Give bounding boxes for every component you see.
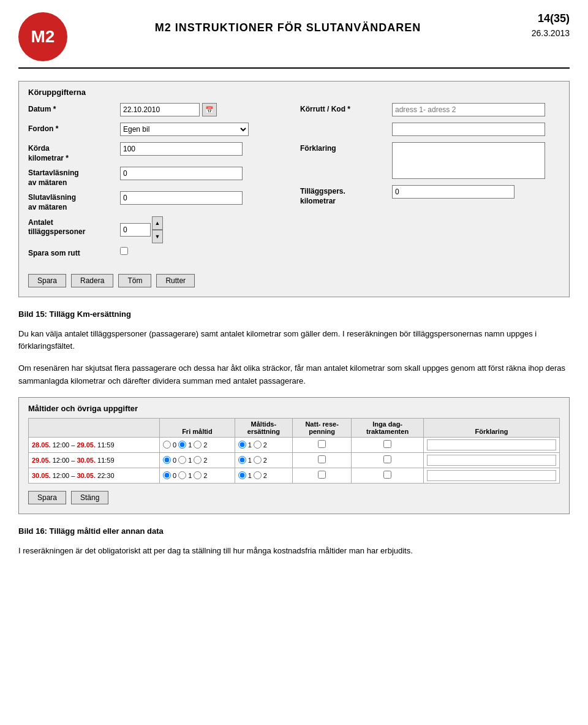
row3-fri-maltid: 0 1 2 <box>160 468 235 483</box>
form1-title: Köruppgifterna <box>28 88 560 97</box>
row1-date: 28.05. 12:00 – 29.05. 11:59 <box>29 437 160 452</box>
fri-maltid-1-r2[interactable] <box>178 456 186 464</box>
col-header-date <box>29 418 160 437</box>
fordon-select[interactable]: Egen bil <box>120 123 249 136</box>
form2-buttons: Spara Stäng <box>28 491 560 504</box>
body-text-2: Om resenären har skjutsat flera passager… <box>18 362 570 388</box>
korrutt-row: Körrutt / Kod * <box>300 103 560 119</box>
table-row: 29.05. 12:00 – 30.05. 11:59 0 1 2 1 <box>29 452 560 468</box>
row2-fri-maltid: 0 1 2 <box>160 452 235 468</box>
maltids-1-r1[interactable] <box>238 441 246 449</box>
slutavl-input[interactable] <box>120 191 243 205</box>
header-right: 14(35) 26.3.2013 <box>508 12 570 38</box>
table-row: 30.05. 12:00 – 30.05. 22:30 0 1 2 1 <box>29 468 560 483</box>
rutter-button[interactable]: Rutter <box>156 274 195 287</box>
koruppgifterna-form: Köruppgifterna Datum * 📅 Fordon * Egen b… <box>18 81 570 297</box>
maltids-1-r2[interactable] <box>238 456 246 464</box>
datum-input[interactable] <box>120 103 200 116</box>
fri-maltid-1-r1[interactable] <box>178 441 186 449</box>
fri-maltid-1-r3[interactable] <box>178 471 186 479</box>
antalet-input[interactable] <box>120 223 151 237</box>
natt-check-r3[interactable] <box>318 471 326 479</box>
startavl-label: Startavläsningav mätaren <box>28 167 120 188</box>
col-header-maltids: Måltids-ersättning <box>235 418 292 437</box>
datum-row: Datum * 📅 <box>28 103 288 119</box>
col-header-natt: Natt- rese-penning <box>293 418 352 437</box>
spara-som-rutt-label: Spara som rutt <box>28 247 120 259</box>
fordon-row: Fordon * Egen bil <box>28 123 288 139</box>
startavl-input[interactable] <box>120 167 243 180</box>
fri-maltid-0-r3[interactable] <box>163 471 171 479</box>
forklaring-input-r2[interactable] <box>427 455 556 466</box>
fri-maltid-2-r2[interactable] <box>194 456 202 464</box>
natt-check-r2[interactable] <box>318 455 326 463</box>
fri-maltid-0-r2[interactable] <box>163 456 171 464</box>
row2-maltids: 1 2 <box>235 452 292 468</box>
logo: M2 <box>18 12 67 61</box>
page-number: 14(35) <box>508 12 570 25</box>
spara-som-rutt-checkbox[interactable] <box>120 247 128 255</box>
page-title: M2 INSTRUKTIONER FÖR SLUTANVÄNDAREN <box>67 21 508 34</box>
row2-natt <box>293 452 352 468</box>
korrutt-extra-row <box>300 123 560 139</box>
tillaggsp-km-label: Tilläggspers.kilometrar <box>300 185 392 206</box>
body-text-3: I reseräkningen är det obligatoriskt att… <box>18 545 570 558</box>
natt-check-r1[interactable] <box>318 440 326 448</box>
korrutt-input2[interactable] <box>392 123 545 136</box>
forklaring-textarea[interactable] <box>392 142 545 179</box>
slutavl-row: Slutavläsningav mätaren <box>28 191 288 212</box>
slutavl-label: Slutavläsningav mätaren <box>28 191 120 212</box>
fordon-label: Fordon * <box>28 123 120 134</box>
maltids-2-r3[interactable] <box>254 471 262 479</box>
korrutt-input[interactable] <box>392 103 545 116</box>
korda-input[interactable] <box>120 142 243 156</box>
row2-inga <box>352 452 424 468</box>
tillaggsp-km-row: Tilläggspers.kilometrar <box>300 185 560 206</box>
calendar-button[interactable]: 📅 <box>202 103 217 116</box>
startavl-row: Startavläsningav mätaren <box>28 167 288 188</box>
forklaring-input-r1[interactable] <box>427 439 556 450</box>
antalet-row: Antalettilläggspersoner ▲ ▼ <box>28 216 288 243</box>
korrutt-label: Körrutt / Kod * <box>300 103 392 115</box>
tom-button[interactable]: Töm <box>118 274 151 287</box>
inga-check-r3[interactable] <box>383 471 391 479</box>
stang-button[interactable]: Stäng <box>71 491 108 504</box>
radera-button[interactable]: Radera <box>71 274 113 287</box>
table-row: 28.05. 12:00 – 29.05. 11:59 0 1 2 1 <box>29 437 560 452</box>
antalet-label: Antalettilläggspersoner <box>28 216 120 237</box>
spinner-down[interactable]: ▼ <box>152 230 163 243</box>
row1-inga <box>352 437 424 452</box>
maltids-2-r2[interactable] <box>254 456 262 464</box>
row1-forklaring <box>423 437 559 452</box>
row1-fri-maltid: 0 1 2 <box>160 437 235 452</box>
body-text-1: Du kan välja antalet tilläggspersoner (p… <box>18 328 570 354</box>
tillaggsp-km-input[interactable] <box>392 185 514 199</box>
row3-maltids: 1 2 <box>235 468 292 483</box>
maltids-1-r3[interactable] <box>238 471 246 479</box>
meal-table: Fri måltid Måltids-ersättning Natt- rese… <box>28 418 560 484</box>
forklaring-label: Förklaring <box>300 142 392 154</box>
bild15-caption: Bild 15: Tillägg Km-ersättning <box>18 309 570 319</box>
spara-button[interactable]: Spara <box>28 274 66 287</box>
page-header: M2 M2 INSTRUKTIONER FÖR SLUTANVÄNDAREN 1… <box>18 12 570 69</box>
spinner-up[interactable]: ▲ <box>152 216 163 230</box>
row2-date: 29.05. 12:00 – 30.05. 11:59 <box>29 452 160 468</box>
fri-maltid-0-r1[interactable] <box>163 441 171 449</box>
row2-forklaring <box>423 452 559 468</box>
fri-maltid-2-r3[interactable] <box>194 471 202 479</box>
spara-button2[interactable]: Spara <box>28 491 66 504</box>
korrutt-extra-label <box>300 123 392 124</box>
row3-inga <box>352 468 424 483</box>
row1-maltids: 1 2 <box>235 437 292 452</box>
col-header-forklaring: Förklaring <box>423 418 559 437</box>
row3-date: 30.05. 12:00 – 30.05. 22:30 <box>29 468 160 483</box>
fri-maltid-2-r1[interactable] <box>194 441 202 449</box>
forklaring-row: Förklaring <box>300 142 560 179</box>
maltids-2-r1[interactable] <box>254 441 262 449</box>
form2-title: Måltider och övriga uppgifter <box>28 404 560 413</box>
row3-forklaring <box>423 468 559 483</box>
inga-check-r1[interactable] <box>383 440 391 448</box>
inga-check-r2[interactable] <box>383 455 391 463</box>
row1-natt <box>293 437 352 452</box>
forklaring-input-r3[interactable] <box>427 470 556 481</box>
